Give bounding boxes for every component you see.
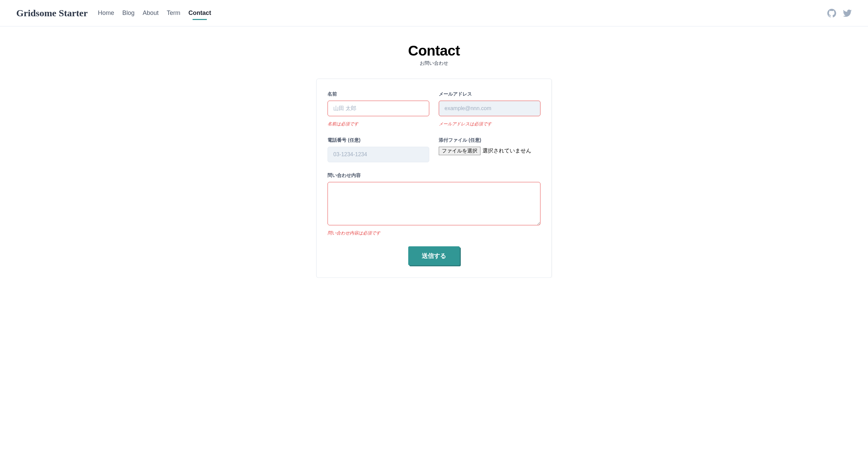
email-input[interactable]	[439, 101, 540, 116]
message-group: 問い合わせ内容 問い合わせ内容は必須です	[328, 172, 540, 236]
name-label: 名前	[328, 91, 429, 97]
twitter-icon[interactable]	[843, 9, 852, 18]
file-status: 選択されていません	[482, 147, 531, 155]
file-choose-button[interactable]: ファイルを選択	[439, 147, 480, 155]
phone-input[interactable]	[328, 147, 429, 162]
form-row-2: 電話番号 (任意) 添付ファイル (任意) ファイルを選択 選択されていません	[328, 137, 540, 162]
nav-item-home[interactable]: Home	[96, 1, 116, 25]
page-title: Contact	[0, 43, 868, 59]
name-error: 名前は必須です	[328, 121, 429, 127]
nav-item-blog[interactable]: Blog	[120, 1, 137, 25]
name-group: 名前 名前は必須です	[328, 91, 429, 127]
name-input[interactable]	[328, 101, 429, 116]
contact-form-card: 名前 名前は必須です メールアドレス メールアドレスは必須です 電話番号 (任意…	[316, 79, 552, 278]
email-group: メールアドレス メールアドレスは必須です	[439, 91, 540, 127]
header: Gridsome Starter Home Blog About Term Co…	[0, 0, 868, 26]
email-error: メールアドレスは必須です	[439, 121, 540, 127]
email-label: メールアドレス	[439, 91, 540, 97]
header-right	[827, 9, 852, 18]
main-nav: Home Blog About Term Contact	[96, 1, 213, 25]
phone-group: 電話番号 (任意)	[328, 137, 429, 162]
nav-item-term[interactable]: Term	[165, 1, 182, 25]
phone-label: 電話番号 (任意)	[328, 137, 429, 143]
submit-row: 送信する	[328, 246, 540, 265]
nav-item-about[interactable]: About	[141, 1, 161, 25]
form-row-1: 名前 名前は必須です メールアドレス メールアドレスは必須です	[328, 91, 540, 127]
page-title-section: Contact お問い合わせ	[0, 26, 868, 79]
message-textarea[interactable]	[328, 182, 540, 225]
brand-logo[interactable]: Gridsome Starter	[16, 8, 88, 19]
header-left: Gridsome Starter Home Blog About Term Co…	[16, 1, 213, 25]
file-label: 添付ファイル (任意)	[439, 137, 540, 143]
github-icon[interactable]	[827, 9, 836, 18]
file-group: 添付ファイル (任意) ファイルを選択 選択されていません	[439, 137, 540, 162]
message-label: 問い合わせ内容	[328, 172, 540, 179]
page-subtitle: お問い合わせ	[0, 60, 868, 66]
nav-item-contact[interactable]: Contact	[186, 1, 213, 25]
message-error: 問い合わせ内容は必須です	[328, 230, 540, 236]
submit-button[interactable]: 送信する	[408, 246, 460, 265]
file-input-wrapper: ファイルを選択 選択されていません	[439, 147, 540, 155]
